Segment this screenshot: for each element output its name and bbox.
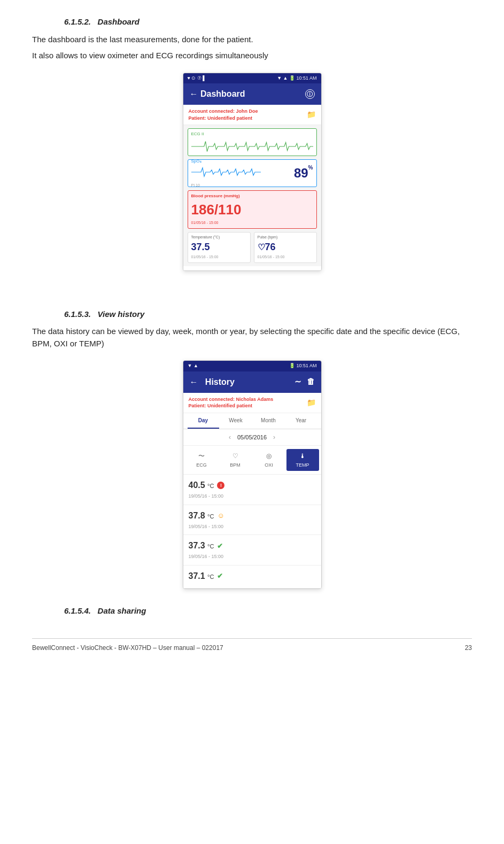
- pulse-date: 01/05/16 - 15:00: [258, 254, 313, 260]
- hist-value-3: 37.3 °C ✔: [189, 539, 316, 552]
- history-title-group: ← History: [190, 376, 235, 389]
- hist-date-3: 19/05/16 - 15:00: [189, 553, 316, 561]
- history-header: ← History ∼ 🗑: [183, 371, 321, 393]
- date-prev-button[interactable]: ‹: [229, 432, 231, 442]
- dashboard-title-group: ← Dashboard: [190, 88, 245, 100]
- hist-entry-2: 37.8 °C ☺ 19/05/16 - 15:00: [183, 505, 321, 536]
- spo2-waveform: [191, 165, 261, 180]
- ecg-panel: ECG II: [188, 128, 317, 156]
- account-bar: Account connected: John Doe Patient: Uni…: [183, 105, 321, 125]
- history-account-text: Account connected: Nicholas Adams Patien…: [189, 396, 274, 409]
- ecg-device-icon: 〜: [185, 451, 218, 461]
- date-current: 05/05/2016: [237, 433, 267, 442]
- section-612: 6.1.5.2. Dashboard The dashboard is the …: [32, 16, 472, 62]
- history-header-icons: ∼ 🗑: [294, 376, 315, 388]
- hist-date-2: 19/05/16 - 15:00: [189, 523, 316, 531]
- history-folder-icon[interactable]: 📁: [307, 397, 316, 408]
- hist-entry-1: 40.5 °C ! 19/05/16 - 15:00: [183, 475, 321, 505]
- spo2-value: 89%: [294, 164, 313, 183]
- bp-label: Blood pressure (mmHg): [191, 193, 313, 199]
- device-temp[interactable]: 🌡 TEMP: [286, 449, 319, 471]
- history-phone-container: ▼ ▲ 🔋 10:51 AM ← History ∼ 🗑 Account con…: [32, 360, 472, 589]
- section-613-para1: The data history can be viewed by day, w…: [32, 326, 472, 350]
- history-title: History: [205, 377, 235, 386]
- pulse-panel: Pulse (bpm) ♡76 01/05/16 - 15:00: [254, 232, 317, 263]
- bp-date: 01/05/16 - 15:00: [191, 220, 313, 226]
- delete-icon[interactable]: 🗑: [307, 376, 315, 388]
- history-phone-screen: ▼ ▲ 🔋 10:51 AM ← History ∼ 🗑 Account con…: [183, 360, 322, 589]
- page-footer: BewellConnect - VisioCheck - BW-X07HD – …: [32, 638, 472, 653]
- good-badge-3: ✔: [217, 541, 223, 552]
- section-612-para1: The dashboard is the last measurements, …: [32, 34, 472, 46]
- ecg-label: ECG II: [191, 131, 313, 137]
- ecg-waveform: [191, 138, 313, 154]
- back-arrow-icon[interactable]: ←: [190, 89, 198, 98]
- history-back-arrow[interactable]: ←: [190, 377, 198, 386]
- temp-value: 37.5: [191, 240, 247, 254]
- history-account-bar: Account connected: Nicholas Adams Patien…: [183, 393, 321, 413]
- bp-panel: Blood pressure (mmHg) 186/110 01/05/16 -…: [188, 190, 317, 229]
- good-badge-4: ✔: [217, 571, 223, 582]
- bpm-device-icon: ♡: [219, 451, 252, 461]
- hist-date-1: 19/05/16 - 15:00: [189, 493, 316, 500]
- hist-temp-2: 37.8 °C: [189, 509, 214, 522]
- footer-text: BewellConnect - VisioCheck - BW-X07HD – …: [32, 643, 223, 653]
- date-navigation: ‹ 05/05/2016 ›: [183, 429, 321, 446]
- warning-badge-1: !: [217, 482, 224, 489]
- status-time: ▼ ▲ 🔋 10:51 AM: [277, 75, 316, 82]
- device-bpm[interactable]: ♡ BPM: [219, 449, 252, 471]
- hist-entry-3: 37.3 °C ✔ 19/05/16 - 15:00: [183, 535, 321, 566]
- hist-entry-4: 37.1 °C ✔: [183, 566, 321, 589]
- history-patient-name: Patient: Unidentified patient: [189, 402, 274, 409]
- device-ecg[interactable]: 〜 ECG: [185, 449, 218, 471]
- pulse-value: ♡76: [258, 240, 313, 254]
- spo2-left: SpO₂ PI 10: [191, 158, 294, 189]
- section-613: 6.1.5.3. View history The data history c…: [32, 308, 472, 350]
- temp-device-icon: 🌡: [286, 451, 319, 461]
- history-status-bar: ▼ ▲ 🔋 10:51 AM: [183, 361, 321, 371]
- hist-temp-4: 37.1 °C: [189, 570, 214, 583]
- history-status-time: 🔋 10:51 AM: [289, 362, 317, 370]
- hist-value-2: 37.8 °C ☺: [189, 509, 316, 522]
- status-icons-left: ♥ ⊙ ⑦ ▌: [188, 75, 206, 82]
- temp-label: Temperature (°C): [191, 235, 247, 241]
- hist-value-4: 37.1 °C ✔: [189, 570, 316, 583]
- dashboard-header: ← Dashboard ⓘ: [183, 83, 321, 105]
- dashboard-phone-screen: ♥ ⊙ ⑦ ▌ ▼ ▲ 🔋 10:51 AM ← Dashboard ⓘ Acc…: [183, 73, 322, 271]
- bp-value: 186/110: [191, 199, 313, 220]
- tab-month[interactable]: Month: [253, 416, 284, 429]
- section-612-para2: It also allows to view oximeter and ECG …: [32, 50, 472, 62]
- pi-label: PI 10: [191, 183, 294, 189]
- bottom-row: Temperature (°C) 37.5 01/05/16 - 15:00 P…: [188, 232, 317, 263]
- oxi-device-icon: ◎: [253, 451, 285, 461]
- dashboard-phone-container: ♥ ⊙ ⑦ ▌ ▼ ▲ 🔋 10:51 AM ← Dashboard ⓘ Acc…: [32, 73, 472, 271]
- ok-badge-2: ☺: [217, 510, 224, 521]
- device-oxi[interactable]: ◎ OXI: [253, 449, 285, 471]
- account-text: Account connected: John Doe Patient: Uni…: [189, 108, 258, 121]
- section-613-heading: 6.1.5.3. View history: [32, 308, 472, 321]
- account-connected: Account connected: John Doe: [189, 108, 258, 115]
- hist-value-1: 40.5 °C !: [189, 479, 316, 492]
- pulse-label: Pulse (bpm): [258, 235, 313, 241]
- history-status-icons: ▼ ▲: [188, 362, 198, 370]
- history-account-connected: Account connected: Nicholas Adams: [189, 396, 274, 403]
- section-614: 6.1.5.4. Data sharing: [32, 605, 472, 617]
- hist-temp-1: 40.5 °C: [189, 479, 214, 492]
- date-next-button[interactable]: ›: [273, 432, 275, 442]
- dashboard-title: Dashboard: [200, 89, 245, 98]
- spo2-label: SpO₂: [191, 158, 294, 165]
- status-bar: ♥ ⊙ ⑦ ▌ ▼ ▲ 🔋 10:51 AM: [183, 73, 321, 84]
- folder-icon[interactable]: 📁: [307, 109, 316, 120]
- info-icon[interactable]: ⓘ: [305, 89, 315, 99]
- temp-panel: Temperature (°C) 37.5 01/05/16 - 15:00: [188, 232, 251, 263]
- hist-temp-3: 37.3 °C: [189, 539, 214, 552]
- section-614-heading: 6.1.5.4. Data sharing: [32, 605, 472, 617]
- tab-week[interactable]: Week: [220, 416, 252, 429]
- spo2-panel: SpO₂ PI 10 89%: [188, 159, 317, 187]
- patient-name: Patient: Unidentified patient: [189, 115, 258, 122]
- section-612-heading: 6.1.5.2. Dashboard: [32, 16, 472, 28]
- history-tabs: Day Week Month Year: [183, 413, 321, 429]
- share-icon[interactable]: ∼: [294, 376, 301, 388]
- tab-day[interactable]: Day: [188, 416, 219, 429]
- tab-year[interactable]: Year: [285, 416, 317, 429]
